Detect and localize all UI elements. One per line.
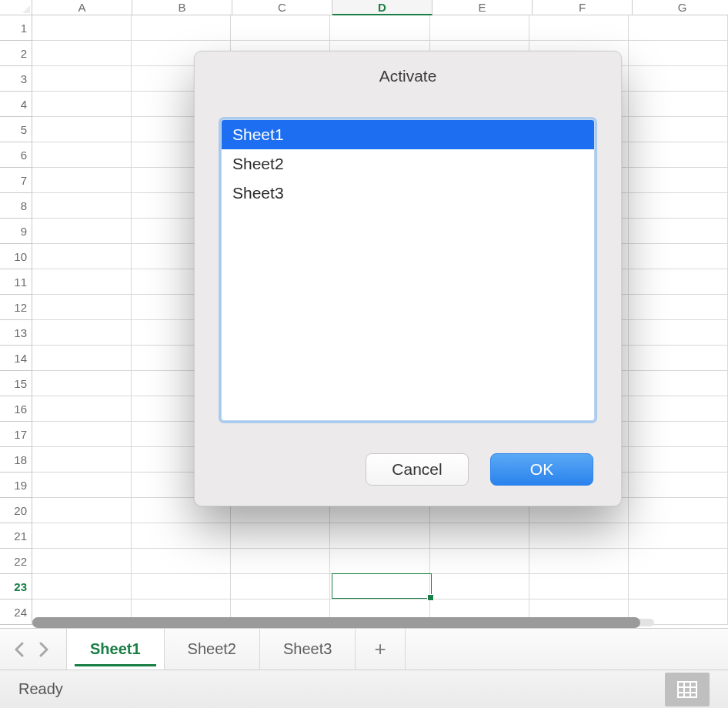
cell-D21[interactable] [330, 523, 429, 549]
cell-C23[interactable] [231, 574, 330, 599]
cell-G3[interactable] [629, 66, 728, 92]
cell-B22[interactable] [132, 549, 231, 574]
sheet-list-item[interactable]: Sheet3 [222, 179, 594, 208]
cell-C22[interactable] [231, 549, 330, 574]
row-header-3[interactable]: 3 [0, 66, 32, 92]
row-header-13[interactable]: 13 [0, 320, 32, 346]
cell-A17[interactable] [32, 422, 132, 447]
row-header-11[interactable]: 11 [0, 269, 32, 295]
chevron-right-icon[interactable] [38, 642, 49, 657]
cell-G11[interactable] [629, 269, 728, 295]
row-header-7[interactable]: 7 [0, 168, 32, 193]
add-sheet-button[interactable]: + [356, 629, 405, 670]
row-header-18[interactable]: 18 [0, 447, 32, 473]
cell-A5[interactable] [32, 117, 132, 142]
column-header-A[interactable]: A [32, 0, 132, 15]
row-header-15[interactable]: 15 [0, 371, 32, 396]
row-header-5[interactable]: 5 [0, 117, 32, 142]
row-header-23[interactable]: 23 [0, 574, 32, 599]
cell-G18[interactable] [629, 447, 728, 473]
cell-A3[interactable] [32, 66, 132, 92]
cell-A10[interactable] [32, 244, 132, 269]
sheet-tab-sheet3[interactable]: Sheet3 [260, 629, 356, 670]
cell-A23[interactable] [32, 574, 132, 599]
row-header-10[interactable]: 10 [0, 244, 32, 269]
sheet-list[interactable]: Sheet1Sheet2Sheet3 [221, 119, 595, 421]
cell-F1[interactable] [529, 15, 629, 41]
cell-G7[interactable] [629, 168, 728, 193]
cell-G20[interactable] [629, 498, 728, 523]
row-header-24[interactable]: 24 [0, 599, 32, 625]
cell-A2[interactable] [32, 41, 132, 66]
cancel-button[interactable]: Cancel [366, 453, 469, 486]
cell-B1[interactable] [132, 15, 231, 41]
cell-D22[interactable] [330, 549, 429, 574]
row-header-1[interactable]: 1 [0, 15, 32, 41]
row-header-4[interactable]: 4 [0, 92, 32, 117]
column-header-C[interactable]: C [232, 0, 332, 15]
cell-G19[interactable] [629, 473, 728, 498]
cell-A16[interactable] [32, 396, 132, 422]
cell-G16[interactable] [629, 396, 728, 422]
row-header-2[interactable]: 2 [0, 41, 32, 66]
cell-G14[interactable] [629, 346, 728, 371]
column-header-B[interactable]: B [132, 0, 232, 15]
row-header-12[interactable]: 12 [0, 295, 32, 320]
row-header-17[interactable]: 17 [0, 422, 32, 447]
cell-G1[interactable] [629, 15, 728, 41]
cell-E1[interactable] [430, 15, 529, 41]
row-header-6[interactable]: 6 [0, 142, 32, 168]
cell-A19[interactable] [32, 473, 132, 498]
row-header-8[interactable]: 8 [0, 193, 32, 219]
cell-E23[interactable] [430, 574, 529, 599]
cell-A22[interactable] [32, 549, 132, 574]
column-header-G[interactable]: G [633, 0, 728, 15]
column-header-F[interactable]: F [533, 0, 633, 15]
row-header-9[interactable]: 9 [0, 219, 32, 244]
column-header-D[interactable]: D [332, 0, 432, 15]
row-header-21[interactable]: 21 [0, 523, 32, 549]
cell-G2[interactable] [629, 41, 728, 66]
cell-G17[interactable] [629, 422, 728, 447]
cell-F21[interactable] [529, 523, 629, 549]
cell-G6[interactable] [629, 142, 728, 168]
cell-A15[interactable] [32, 371, 132, 396]
cell-E21[interactable] [430, 523, 529, 549]
cell-G9[interactable] [629, 219, 728, 244]
cell-B23[interactable] [132, 574, 231, 599]
normal-view-button[interactable] [665, 673, 710, 706]
sheet-tab-sheet1[interactable]: Sheet1 [67, 629, 165, 670]
cell-F22[interactable] [529, 549, 629, 574]
cell-A7[interactable] [32, 168, 132, 193]
cell-A11[interactable] [32, 269, 132, 295]
cell-E22[interactable] [430, 549, 529, 574]
cell-G22[interactable] [629, 549, 728, 574]
cell-D23[interactable] [330, 574, 429, 599]
cell-D1[interactable] [330, 15, 429, 41]
cell-A20[interactable] [32, 498, 132, 523]
cell-A9[interactable] [32, 219, 132, 244]
cell-A8[interactable] [32, 193, 132, 219]
horizontal-scrollbar[interactable] [32, 617, 654, 628]
sheet-list-item[interactable]: Sheet1 [222, 120, 594, 149]
row-header-16[interactable]: 16 [0, 396, 32, 422]
cell-G23[interactable] [629, 574, 728, 599]
sheet-list-item[interactable]: Sheet2 [222, 149, 594, 179]
cell-G21[interactable] [629, 523, 728, 549]
cell-G5[interactable] [629, 117, 728, 142]
row-header-14[interactable]: 14 [0, 346, 32, 371]
cell-F23[interactable] [529, 574, 629, 599]
cell-B21[interactable] [132, 523, 231, 549]
cell-G8[interactable] [629, 193, 728, 219]
select-all-corner[interactable] [0, 0, 32, 15]
scrollbar-thumb[interactable] [32, 617, 640, 628]
cell-A4[interactable] [32, 92, 132, 117]
cell-A21[interactable] [32, 523, 132, 549]
cell-G13[interactable] [629, 320, 728, 346]
chevron-left-icon[interactable] [14, 642, 25, 657]
cell-A13[interactable] [32, 320, 132, 346]
cell-C21[interactable] [231, 523, 330, 549]
row-header-22[interactable]: 22 [0, 549, 32, 574]
column-header-E[interactable]: E [432, 0, 533, 15]
cell-A18[interactable] [32, 447, 132, 473]
